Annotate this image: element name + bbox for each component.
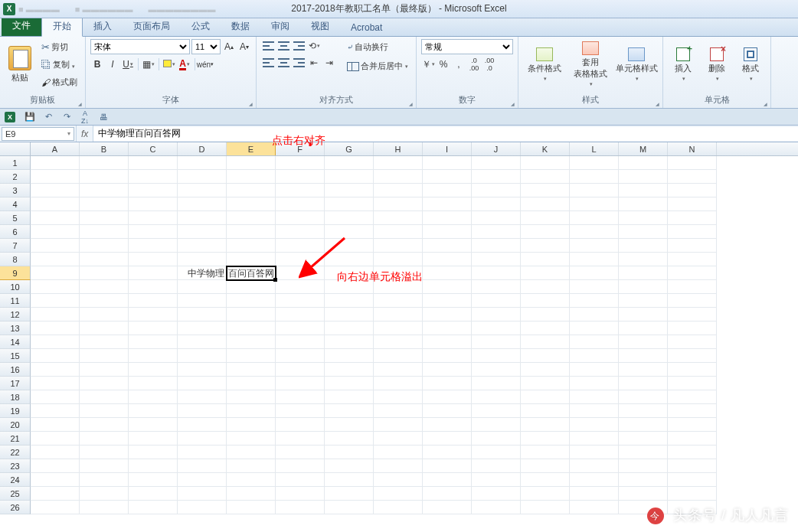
- cell[interactable]: [570, 156, 619, 170]
- cell[interactable]: [80, 184, 129, 197]
- cell[interactable]: [276, 211, 325, 225]
- cell[interactable]: [668, 225, 717, 239]
- cell[interactable]: [227, 308, 276, 321]
- cell[interactable]: [668, 390, 717, 404]
- cell[interactable]: [129, 308, 178, 321]
- cell[interactable]: [80, 239, 129, 253]
- cell[interactable]: [521, 253, 570, 266]
- cell[interactable]: [619, 487, 668, 501]
- fx-icon[interactable]: fx: [76, 126, 93, 142]
- row-header[interactable]: 5: [0, 211, 31, 225]
- cell[interactable]: [80, 390, 129, 404]
- cell[interactable]: [521, 294, 570, 308]
- cell[interactable]: [423, 349, 472, 363]
- cell[interactable]: [472, 473, 521, 487]
- cell[interactable]: [521, 197, 570, 211]
- cell[interactable]: [227, 446, 276, 459]
- cell[interactable]: [423, 390, 472, 404]
- delete-cells-button[interactable]: 删除: [702, 39, 732, 90]
- cell[interactable]: [178, 280, 227, 294]
- decrease-decimal-button[interactable]: .00.0: [482, 57, 496, 71]
- cell[interactable]: [80, 253, 129, 266]
- align-bottom-button[interactable]: [292, 39, 306, 53]
- cell[interactable]: [227, 294, 276, 308]
- cell[interactable]: [472, 170, 521, 184]
- cell[interactable]: [521, 418, 570, 432]
- cell[interactable]: [178, 170, 227, 184]
- cell[interactable]: [80, 197, 129, 211]
- cell[interactable]: [178, 211, 227, 225]
- align-center-button[interactable]: [276, 56, 290, 70]
- insert-cells-button[interactable]: 插入: [668, 39, 698, 90]
- cell[interactable]: [472, 239, 521, 253]
- cell[interactable]: [472, 459, 521, 473]
- cell[interactable]: [80, 335, 129, 349]
- cell[interactable]: [619, 377, 668, 390]
- cell[interactable]: [472, 446, 521, 459]
- cell[interactable]: [374, 363, 423, 377]
- cell[interactable]: [619, 335, 668, 349]
- cell[interactable]: [570, 197, 619, 211]
- cell[interactable]: [227, 321, 276, 335]
- bold-button[interactable]: B: [90, 57, 104, 71]
- cell[interactable]: [668, 432, 717, 446]
- cell[interactable]: [423, 321, 472, 335]
- cell[interactable]: [668, 308, 717, 321]
- cell[interactable]: [619, 184, 668, 197]
- cell[interactable]: [178, 432, 227, 446]
- cell[interactable]: [668, 156, 717, 170]
- cell[interactable]: [129, 390, 178, 404]
- cell[interactable]: [521, 377, 570, 390]
- col-header-G[interactable]: G: [325, 142, 374, 155]
- cell[interactable]: [570, 321, 619, 335]
- cell[interactable]: [227, 473, 276, 487]
- cell[interactable]: [325, 321, 374, 335]
- cell[interactable]: [325, 349, 374, 363]
- cell[interactable]: [668, 170, 717, 184]
- row-header[interactable]: 21: [0, 432, 31, 446]
- cell[interactable]: [423, 404, 472, 418]
- cell[interactable]: [227, 459, 276, 473]
- cell[interactable]: [276, 156, 325, 170]
- cell[interactable]: [423, 184, 472, 197]
- cell[interactable]: [129, 377, 178, 390]
- row-header[interactable]: 2: [0, 170, 31, 184]
- cell[interactable]: [521, 156, 570, 170]
- cell[interactable]: [472, 184, 521, 197]
- cell[interactable]: [521, 487, 570, 501]
- col-header-B[interactable]: B: [80, 142, 129, 155]
- cell[interactable]: [325, 390, 374, 404]
- cell[interactable]: [227, 156, 276, 170]
- cell[interactable]: [276, 321, 325, 335]
- cell[interactable]: [178, 321, 227, 335]
- format-cells-button[interactable]: 格式: [735, 39, 766, 90]
- cell[interactable]: [423, 156, 472, 170]
- cell[interactable]: [325, 184, 374, 197]
- row-header[interactable]: 4: [0, 197, 31, 211]
- cell[interactable]: [374, 184, 423, 197]
- cell[interactable]: [276, 446, 325, 459]
- cell[interactable]: [129, 432, 178, 446]
- cell[interactable]: [423, 459, 472, 473]
- cell[interactable]: [521, 404, 570, 418]
- cell[interactable]: [521, 473, 570, 487]
- format-as-table-button[interactable]: 套用 表格格式: [569, 39, 612, 90]
- cell[interactable]: [325, 266, 374, 280]
- cell[interactable]: [325, 308, 374, 321]
- row-header[interactable]: 14: [0, 335, 31, 349]
- cell[interactable]: [521, 501, 570, 514]
- cell[interactable]: [129, 349, 178, 363]
- cell[interactable]: [570, 446, 619, 459]
- cell[interactable]: [619, 197, 668, 211]
- fill-color-button[interactable]: [162, 57, 176, 71]
- cell[interactable]: [472, 225, 521, 239]
- cell[interactable]: [619, 211, 668, 225]
- cell[interactable]: [31, 377, 80, 390]
- cell[interactable]: [31, 308, 80, 321]
- cell[interactable]: [374, 446, 423, 459]
- cell[interactable]: [374, 211, 423, 225]
- cell[interactable]: [472, 418, 521, 432]
- cell[interactable]: [374, 170, 423, 184]
- cell[interactable]: 百问百答网: [227, 266, 276, 280]
- cell[interactable]: [423, 487, 472, 501]
